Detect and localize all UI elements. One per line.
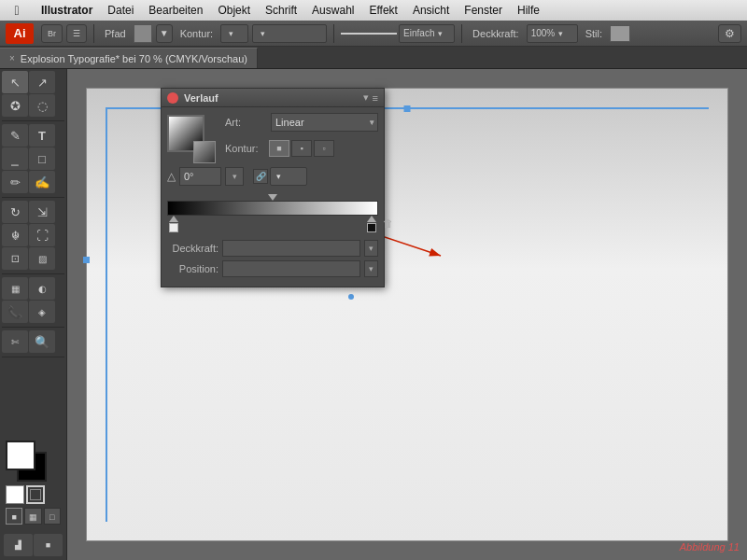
stroke-color-swatch[interactable] bbox=[134, 24, 152, 43]
color-mode-row: ■ ▦ □ bbox=[6, 508, 61, 525]
panel-menu-button[interactable]: ≡ bbox=[373, 92, 378, 104]
angle-dropdown[interactable]: ▾ bbox=[225, 167, 244, 186]
menu-illustrator[interactable]: Illustrator bbox=[34, 0, 100, 21]
canvas-anchor-point[interactable] bbox=[348, 294, 354, 300]
gradient-sub-swatch[interactable] bbox=[193, 141, 216, 163]
tab-close-button[interactable]: × bbox=[9, 53, 15, 63]
apple-menu[interactable]:  bbox=[0, 3, 34, 18]
type-tool[interactable]: T bbox=[29, 124, 55, 147]
tool-row-11: ✄ 🔍 bbox=[2, 330, 64, 353]
document-tab[interactable]: × Explosion Typografie* bei 70 % (CMYK/V… bbox=[0, 48, 258, 68]
menu-auswahl[interactable]: Auswahl bbox=[304, 0, 361, 21]
line-tool[interactable]: ⎯ bbox=[2, 147, 28, 170]
color-swatches: ■ ▦ □ bbox=[2, 437, 64, 528]
gradient-panel: Verlauf ▾ ≡ Art: bbox=[161, 88, 385, 287]
kontur-btn-1[interactable]: ■ bbox=[269, 140, 289, 157]
select-tool[interactable]: ↖ bbox=[2, 71, 28, 93]
gradient-stop-left[interactable] bbox=[169, 216, 178, 232]
tools-sep-3 bbox=[2, 273, 64, 274]
panel-close-button[interactable] bbox=[167, 92, 178, 104]
stroke-options-button[interactable]: ▼ bbox=[156, 24, 173, 43]
gradient-stop-right[interactable] bbox=[367, 216, 376, 232]
kontur-btn-3[interactable]: ▫ bbox=[314, 140, 334, 157]
gradient-stop-delete[interactable]: 🗑 bbox=[383, 217, 393, 229]
opacity-dropdown[interactable]: 100% bbox=[527, 24, 578, 43]
menu-objekt[interactable]: Objekt bbox=[210, 0, 258, 21]
warp-tool[interactable]: ☬ bbox=[2, 224, 28, 246]
angle-icon: △ bbox=[167, 170, 176, 183]
toolbar-sep-3 bbox=[461, 24, 462, 43]
main-area: ↖ ↗ ✪ ◌ ✎ T ⎯ □ ✏ ✍ ↻ ⇲ ☬ ⛶ ⚀ bbox=[0, 69, 747, 560]
color-mode-gradient[interactable]: ▦ bbox=[24, 508, 41, 525]
stroke-indicator[interactable] bbox=[26, 485, 45, 504]
panel-collapse-button[interactable]: ▾ bbox=[363, 91, 369, 104]
panel-header[interactable]: Verlauf ▾ ≡ bbox=[162, 89, 384, 107]
direct-select-tool[interactable]: ↗ bbox=[29, 71, 55, 93]
stroke-line-preview bbox=[341, 33, 397, 35]
paintbrush-tool[interactable]: ✏ bbox=[2, 171, 28, 193]
lasso-tool[interactable]: ◌ bbox=[29, 94, 55, 117]
stroke-profile-dropdown[interactable] bbox=[252, 24, 327, 43]
style-label: Stil: bbox=[582, 28, 606, 39]
rotate-tool[interactable]: ↻ bbox=[2, 201, 28, 223]
gradient-midpoint-handle[interactable] bbox=[268, 194, 277, 201]
settings-button[interactable]: ⚙ bbox=[718, 24, 741, 43]
zoom-tool[interactable]: 🔍 bbox=[29, 330, 55, 353]
scale-tool[interactable]: ⇲ bbox=[29, 201, 55, 223]
pen-tool[interactable]: ✎ bbox=[2, 124, 28, 147]
stroke-type-dropdown[interactable]: Einfach bbox=[399, 24, 455, 43]
deckkraft-dropdown[interactable]: ▾ bbox=[364, 240, 378, 257]
scissors-tool[interactable]: ✄ bbox=[2, 330, 28, 353]
color-mode-normal[interactable]: ■ bbox=[6, 508, 22, 525]
normal-screen-mode[interactable]: ▟ bbox=[4, 534, 33, 556]
type-select[interactable]: Linear Radial bbox=[271, 113, 378, 132]
blend-tool[interactable]: ◈ bbox=[29, 301, 55, 323]
layout-button[interactable]: ☰ bbox=[66, 24, 87, 43]
deckkraft-input[interactable] bbox=[222, 240, 360, 257]
stroke-fill-indicators bbox=[6, 485, 61, 504]
canvas-handle-left[interactable] bbox=[83, 257, 90, 263]
position-input[interactable] bbox=[222, 260, 360, 277]
rect-tool[interactable]: □ bbox=[29, 147, 55, 170]
tools-sep-5 bbox=[2, 357, 64, 357]
pencil-tool[interactable]: ✍ bbox=[29, 171, 55, 193]
fg-swatch[interactable] bbox=[6, 441, 35, 470]
gradient-track[interactable] bbox=[167, 201, 378, 216]
menu-hilfe[interactable]: Hilfe bbox=[510, 0, 547, 21]
tools-sep-1 bbox=[2, 120, 64, 121]
symbol-sprayer-tool[interactable]: ⚀ bbox=[2, 247, 28, 270]
menu-schrift[interactable]: Schrift bbox=[258, 0, 304, 21]
color-mode-none[interactable]: □ bbox=[44, 508, 61, 525]
eyedropper-tool[interactable]: 📞 bbox=[2, 301, 28, 323]
full-screen-mode[interactable]: ■ bbox=[34, 534, 63, 556]
fill-indicator[interactable] bbox=[6, 485, 24, 504]
gradient-controls-right: Art: Linear Radial ▾ Kontur: bbox=[225, 113, 378, 161]
free-transform-tool[interactable]: ⛶ bbox=[29, 224, 55, 246]
tools-sep-2 bbox=[2, 197, 64, 198]
tool-row-1: ↖ ↗ bbox=[2, 71, 64, 93]
style-swatch[interactable] bbox=[610, 25, 630, 42]
menu-fenster[interactable]: Fenster bbox=[457, 0, 510, 21]
angle-input[interactable] bbox=[179, 167, 221, 186]
screen-mode-row: ▟ ■ bbox=[4, 534, 63, 556]
menu-datei[interactable]: Datei bbox=[100, 0, 141, 21]
gradient-tool[interactable]: ◐ bbox=[29, 277, 55, 300]
aspect-dropdown[interactable] bbox=[270, 167, 307, 186]
magic-wand-tool[interactable]: ✪ bbox=[2, 94, 28, 117]
bridge-button[interactable]: Br bbox=[41, 24, 63, 43]
canvas-selection-left bbox=[106, 107, 107, 522]
menu-ansicht[interactable]: Ansicht bbox=[405, 0, 457, 21]
position-label: Position: bbox=[167, 263, 218, 274]
mesh-tool[interactable]: ▦ bbox=[2, 277, 28, 300]
menu-items: Illustrator Datei Bearbeiten Objekt Schr… bbox=[34, 0, 547, 21]
menu-bar:  Illustrator Datei Bearbeiten Objekt Sc… bbox=[0, 0, 747, 21]
column-graph-tool[interactable]: ▨ bbox=[29, 247, 55, 270]
stroke-width-dropdown[interactable] bbox=[220, 24, 248, 43]
position-dropdown[interactable]: ▾ bbox=[364, 260, 378, 277]
canvas-handle-top[interactable] bbox=[404, 105, 411, 112]
link-icon[interactable]: 🔗 bbox=[253, 169, 268, 184]
menu-bearbeiten[interactable]: Bearbeiten bbox=[141, 0, 210, 21]
kontur-btn-2[interactable]: ▪ bbox=[291, 140, 312, 157]
type-label: Art: bbox=[225, 117, 267, 128]
menu-effekt[interactable]: Effekt bbox=[361, 0, 404, 21]
